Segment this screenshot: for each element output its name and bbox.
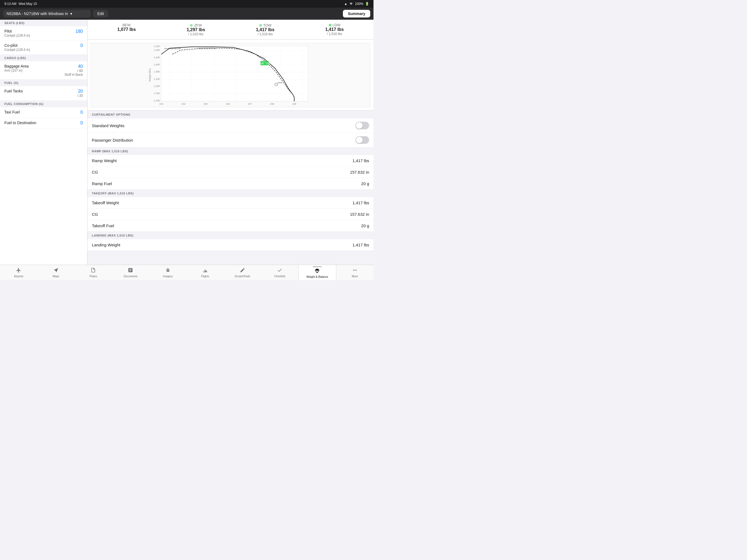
- landing-section-label: LANDING (MAX 1,510 LBS): [87, 232, 374, 239]
- main-layout: SEATS (LBS) Pilot Cockpit (128.5 in) 180…: [0, 20, 374, 265]
- svg-rect-1: [161, 46, 308, 101]
- passenger-dist-row[interactable]: Passenger Distribution: [87, 133, 374, 147]
- flights-icon: [202, 268, 208, 274]
- taxi-fuel-label: Taxi Fuel: [4, 110, 20, 114]
- svg-text:154: 154: [181, 103, 185, 105]
- right-panel: BEW 1,077 lbs ⊕ ZFW 1,297 lbs / 1,510 lb…: [87, 20, 374, 265]
- bew-label: BEW: [92, 23, 161, 27]
- passenger-dist-label: Passenger Distribution: [92, 138, 133, 143]
- tab-weight-balance[interactable]: Weight & Balance: [298, 265, 336, 280]
- zfw-icon: ⊕: [190, 23, 193, 27]
- standard-weights-row[interactable]: Standard Weights: [87, 119, 374, 133]
- fuel-destination-item[interactable]: Fuel to Destination 0: [0, 118, 87, 128]
- left-panel: SEATS (LBS) Pilot Cockpit (128.5 in) 180…: [0, 20, 87, 265]
- fuel-tanks-limit: / 20: [77, 94, 83, 98]
- taxi-fuel-item[interactable]: Taxi Fuel 0: [0, 107, 87, 118]
- ldw-label: ⊞ LDW: [300, 23, 369, 27]
- active-indicator: [313, 266, 321, 267]
- summary-button[interactable]: Summary: [343, 10, 370, 18]
- svg-text:1,280: 1,280: [154, 85, 160, 87]
- fuel-consumption-header: FUEL CONSUMPTION (G): [0, 101, 87, 107]
- pilot-label: Pilot: [4, 29, 30, 33]
- ldw-value: 1,417 lbs: [300, 27, 369, 32]
- passenger-dist-toggle[interactable]: [356, 136, 369, 144]
- wifi-icon: [349, 2, 353, 6]
- weight-header: BEW 1,077 lbs ⊕ ZFW 1,297 lbs / 1,510 lb…: [87, 20, 374, 40]
- tow-icon: ⊕: [259, 23, 262, 27]
- status-bar-right: ▲ 100% 🔋: [344, 2, 369, 6]
- fuel-header: FUEL (G): [0, 80, 87, 86]
- pilot-sub: Cockpit (128.5 in): [4, 34, 30, 37]
- ldw-limit: / 1,510 lbs: [300, 32, 369, 36]
- weight-balance-icon: [314, 268, 320, 275]
- airports-icon: [16, 268, 21, 274]
- svg-text:1,480: 1,480: [154, 49, 160, 51]
- tab-flights[interactable]: Flights: [186, 265, 224, 280]
- battery-icon: 100%: [355, 2, 363, 6]
- more-icon: [352, 268, 358, 274]
- copilot-value: 0: [80, 43, 83, 48]
- takeoff-weight-label: Takeoff Weight: [92, 200, 119, 205]
- baggage-value: 40: [65, 64, 83, 69]
- imagery-icon: [165, 268, 171, 274]
- copilot-item[interactable]: Co-pilot Cockpit (128.5 in) 0: [0, 41, 87, 55]
- ramp-cg-row: CG 157.632 in: [87, 167, 374, 178]
- tab-more[interactable]: More: [336, 265, 374, 280]
- zfw-value: 1,297 lbs: [161, 27, 231, 32]
- tab-airports[interactable]: Airports: [0, 265, 37, 280]
- baggage-limit: / 60: [65, 69, 83, 73]
- ramp-fuel-label: Ramp Fuel: [92, 181, 112, 186]
- landing-weight-row: Landing Weight 1,417 lbs: [87, 239, 374, 251]
- tab-imagery[interactable]: Imagery: [149, 265, 186, 280]
- standard-weights-toggle[interactable]: [356, 122, 369, 129]
- signal-icon: ▲: [344, 2, 347, 6]
- tab-checklist[interactable]: Checklist: [261, 265, 298, 280]
- svg-text:1,440: 1,440: [154, 56, 160, 59]
- edit-button[interactable]: Edit: [93, 10, 108, 18]
- tab-documents[interactable]: Documents: [112, 265, 149, 280]
- top-nav: N528BA - N271BW with Windows In ▾ Edit S…: [0, 8, 374, 20]
- weight-balance-label: Weight & Balance: [307, 275, 328, 278]
- tab-maps[interactable]: Maps: [37, 265, 74, 280]
- tab-scratchpads[interactable]: ScratchPads: [224, 265, 261, 280]
- fuel-tanks-item[interactable]: Fuel Tanks 20 / 20: [0, 86, 87, 101]
- flights-label: Flights: [201, 275, 209, 278]
- svg-text:ZFW: ZFW: [278, 81, 282, 84]
- svg-text:1,200: 1,200: [154, 99, 160, 102]
- imagery-label: Imagery: [163, 275, 173, 278]
- status-bar: 9:13 AM Wed May 15 ▲ 100% 🔋: [0, 0, 374, 8]
- ramp-fuel-value: 20 g: [361, 181, 369, 186]
- maps-label: Maps: [52, 275, 59, 278]
- zfw-col: ⊕ ZFW 1,297 lbs / 1,510 lbs: [161, 23, 231, 36]
- svg-text:153: 153: [159, 103, 163, 105]
- takeoff-fuel-row: Takeoff Fuel 20 g: [87, 220, 374, 232]
- more-label: More: [352, 275, 358, 278]
- svg-text:1,400: 1,400: [154, 63, 160, 66]
- tow-limit: / 1,510 lbs: [231, 32, 300, 36]
- standard-weights-label: Standard Weights: [92, 123, 124, 128]
- zfw-limit: / 1,510 lbs: [161, 32, 231, 36]
- bew-value: 1,077 lbs: [92, 27, 161, 32]
- maps-icon: [53, 268, 59, 274]
- takeoff-cg-value: 157.632 in: [350, 212, 369, 217]
- scratchpads-label: ScratchPads: [235, 275, 250, 278]
- ramp-weight-row: Ramp Weight 1,417 lbs: [87, 155, 374, 167]
- tab-plates[interactable]: Plates: [75, 265, 112, 280]
- chart-area: 1,200 1,240 1,280 1,320 1,360 1,400 1,44…: [87, 40, 374, 111]
- chart-container: 1,200 1,240 1,280 1,320 1,360 1,400 1,44…: [91, 43, 370, 107]
- status-date: Wed May 15: [19, 2, 37, 6]
- checklist-label: Checklist: [274, 275, 285, 278]
- ramp-cg-label: CG: [92, 170, 98, 175]
- baggage-item[interactable]: Baggage Area Arm (157 in) 40 / 60 Stuff …: [0, 61, 87, 80]
- curtailment-label: CURTAILMENT OPTIONS: [87, 111, 374, 119]
- status-bar-left: 9:13 AM Wed May 15: [4, 2, 37, 6]
- documents-label: Documents: [124, 275, 137, 278]
- plates-icon: [91, 268, 96, 274]
- pilot-item[interactable]: Pilot Cockpit (128.5 in) 180: [0, 26, 87, 41]
- svg-text:Weight (lbs): Weight (lbs): [149, 68, 151, 81]
- ramp-weight-value: 1,417 lbs: [353, 158, 369, 163]
- ramp-weight-label: Ramp Weight: [92, 158, 117, 163]
- aircraft-name: N528BA - N271BW with Windows In: [6, 11, 68, 16]
- fuel-destination-value: 0: [80, 121, 83, 126]
- aircraft-selector[interactable]: N528BA - N271BW with Windows In ▾: [3, 10, 91, 18]
